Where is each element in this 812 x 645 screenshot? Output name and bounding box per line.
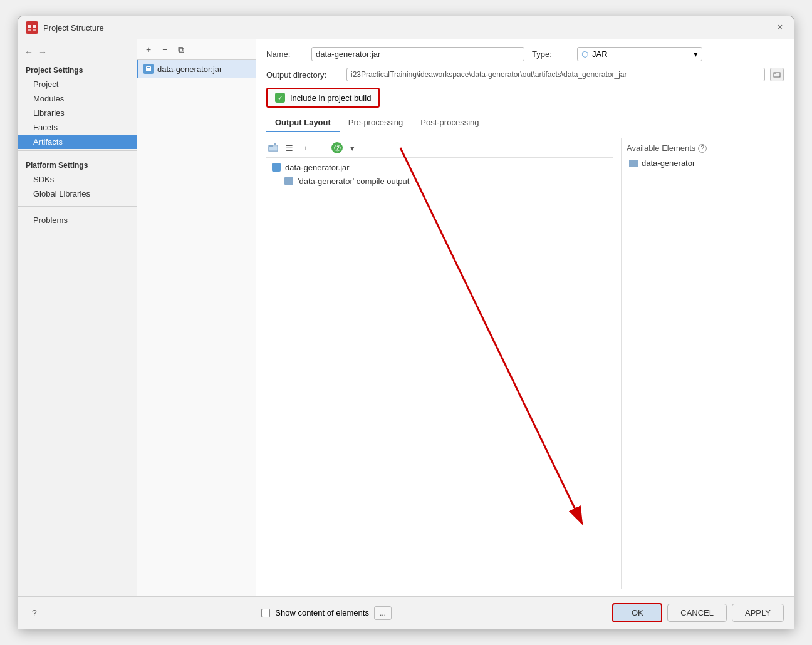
show-content-row: Show content of elements ...: [261, 606, 392, 620]
app-icon: [26, 21, 38, 34]
output-tree: data-generator.jar 'data-generator' comp…: [266, 158, 613, 589]
sidebar-item-sdks[interactable]: SDKs: [18, 172, 137, 187]
output-dir-input[interactable]: [346, 68, 765, 81]
project-settings-header: Project Settings: [18, 62, 137, 77]
bottom-row: ? Show content of elements ... OK CANCEL…: [18, 596, 794, 629]
back-button[interactable]: ←: [24, 47, 33, 57]
name-type-row: Name: Type: ⬡ JAR ▾: [266, 47, 784, 61]
include-in-build-checkbox-area[interactable]: ✓ Include in project build: [266, 88, 380, 108]
tab-output-layout[interactable]: Output Layout: [266, 114, 340, 132]
available-elements-title: Available Elements ?: [627, 143, 779, 153]
available-item-data-generator[interactable]: data-generator: [627, 157, 779, 170]
remove-artifact-button[interactable]: −: [159, 43, 171, 56]
add-button[interactable]: +: [299, 141, 313, 155]
output-dir-label: Output directory:: [266, 70, 341, 80]
cancel-button[interactable]: CANCEL: [667, 604, 727, 622]
detail-area: Name: Type: ⬡ JAR ▾ Output directory:: [256, 39, 794, 596]
more-options-button[interactable]: ...: [374, 606, 392, 620]
tab-pre-processing[interactable]: Pre-processing: [340, 114, 412, 132]
sidebar-item-project[interactable]: Project: [18, 77, 137, 91]
body-area: ← → Project Settings Project Modules Lib…: [18, 39, 794, 596]
sidebar-item-libraries[interactable]: Libraries: [18, 106, 137, 120]
svg-rect-7: [774, 73, 776, 74]
tree-item-compile-output[interactable]: 'data-generator' compile output: [266, 174, 613, 188]
type-label: Type:: [532, 49, 570, 59]
sidebar-item-artifacts[interactable]: Artifacts: [18, 135, 137, 149]
output-dir-row: Output directory:: [266, 68, 784, 81]
folder-tree-icon: [284, 176, 294, 186]
tab-post-processing[interactable]: Post-processing: [412, 114, 487, 132]
svg-rect-0: [28, 25, 31, 28]
jar-tree-icon: [271, 162, 281, 172]
sidebar: ← → Project Settings Project Modules Lib…: [18, 39, 137, 596]
available-folder-icon: [629, 160, 638, 167]
help-icon[interactable]: ?: [698, 144, 707, 153]
output-toolbar: ☰ + − ⑫ ▾: [266, 138, 613, 158]
jar-icon: [143, 64, 154, 74]
action-buttons: OK CANCEL APPLY: [612, 603, 784, 622]
svg-rect-5: [147, 67, 150, 68]
jar-type-icon: ⬡: [581, 49, 588, 59]
sidebar-item-problems[interactable]: Problems: [18, 213, 137, 227]
close-button[interactable]: ×: [774, 21, 786, 34]
ok-button[interactable]: OK: [612, 603, 662, 622]
svg-rect-1: [33, 25, 36, 28]
project-structure-dialog: Project Structure × ← → Project Settings…: [18, 16, 794, 629]
include-build-label: Include in project build: [290, 93, 371, 103]
artifact-list-panel: + − ⧉ data-generator:jar: [137, 39, 256, 596]
type-value: JAR: [592, 49, 608, 59]
artifact-toolbar: + − ⧉: [137, 39, 256, 60]
order-button[interactable]: ⑫: [331, 142, 343, 153]
tabs-row: Output Layout Pre-processing Post-proces…: [266, 114, 784, 132]
nav-arrows: ← →: [18, 44, 137, 62]
output-layout-left: ☰ + − ⑫ ▾ data-generator.jar: [266, 138, 613, 589]
svg-rect-10: [269, 147, 278, 151]
type-dropdown-icon: ▾: [694, 49, 698, 59]
title-bar: Project Structure ×: [18, 16, 794, 39]
sidebar-item-facets[interactable]: Facets: [18, 120, 137, 135]
bottom-left: ?: [28, 607, 41, 619]
name-input[interactable]: [311, 47, 524, 61]
available-elements-panel: Available Elements ? data-generator: [621, 138, 784, 589]
list-view-button[interactable]: ☰: [283, 141, 296, 155]
artifact-item-data-generator-jar[interactable]: data-generator:jar: [137, 60, 256, 78]
title-bar-left: Project Structure: [26, 21, 104, 34]
show-content-checkbox[interactable]: [261, 609, 270, 617]
more-dropdown-button[interactable]: ▾: [345, 141, 359, 155]
tree-item-jar[interactable]: data-generator.jar: [266, 160, 613, 174]
apply-button[interactable]: APPLY: [732, 604, 784, 622]
svg-rect-2: [28, 29, 31, 31]
sidebar-item-modules[interactable]: Modules: [18, 91, 137, 106]
name-label: Name:: [266, 49, 304, 59]
include-build-checkbox[interactable]: ✓: [275, 93, 285, 103]
artifact-name: data-generator:jar: [157, 64, 222, 74]
output-layout-panel: ☰ + − ⑫ ▾ data-generator.jar: [266, 138, 784, 589]
dialog-title: Project Structure: [43, 23, 104, 33]
svg-rect-3: [33, 29, 36, 31]
forward-button[interactable]: →: [38, 47, 47, 57]
remove-button[interactable]: −: [315, 141, 329, 155]
show-content-label: Show content of elements: [275, 608, 369, 617]
add-folder-button[interactable]: [266, 141, 280, 155]
add-artifact-button[interactable]: +: [142, 43, 155, 56]
browse-button[interactable]: [770, 68, 784, 81]
sidebar-item-global-libraries[interactable]: Global Libraries: [18, 187, 137, 201]
copy-artifact-button[interactable]: ⧉: [175, 43, 187, 56]
type-select[interactable]: ⬡ JAR ▾: [577, 47, 702, 61]
help-button[interactable]: ?: [28, 607, 41, 619]
platform-settings-header: Platform Settings: [18, 157, 137, 172]
